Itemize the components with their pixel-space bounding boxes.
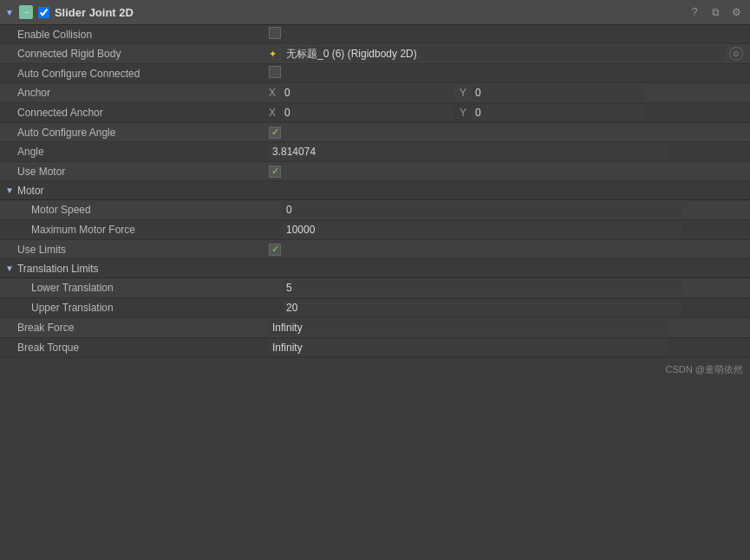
break-force-value: [269, 320, 743, 335]
auto-configure-angle-value: [269, 126, 743, 139]
translation-limits-section-row[interactable]: ▼ Translation Limits: [0, 259, 750, 278]
break-force-input[interactable]: [269, 320, 668, 335]
break-torque-row: Break Torque: [0, 338, 750, 358]
anchor-x-input[interactable]: [281, 85, 454, 101]
collapse-arrow[interactable]: ▼: [5, 8, 14, 17]
maximum-motor-force-label: Maximum Motor Force: [31, 224, 283, 236]
upper-translation-value: [283, 300, 743, 316]
enable-collision-checkbox[interactable]: [269, 27, 281, 39]
watermark-text: CSDN @童萌依然: [666, 364, 743, 374]
upper-translation-label: Upper Translation: [31, 302, 283, 314]
connected-anchor-x-input[interactable]: [281, 105, 454, 120]
maximum-motor-force-value: [283, 222, 743, 238]
anchor-label: Anchor: [17, 87, 269, 99]
connected-rigid-body-input[interactable]: [283, 46, 726, 62]
motor-section-arrow: ▼: [5, 186, 14, 195]
use-motor-checkbox[interactable]: [269, 166, 281, 178]
connected-rigid-body-label: Connected Rigid Body: [17, 48, 269, 60]
lower-translation-label: Lower Translation: [31, 282, 283, 294]
connected-anchor-y-input[interactable]: [472, 105, 645, 120]
enable-collision-value: [269, 27, 743, 42]
upper-translation-row: Upper Translation: [0, 298, 750, 318]
rigidbody-icon: ✦: [269, 49, 277, 60]
maximum-motor-force-input[interactable]: [283, 222, 682, 238]
anchor-y-label: Y: [460, 87, 466, 99]
auto-configure-connected-label: Auto Configure Connected: [17, 68, 269, 80]
inspector-panel: ▼ → Slider Joint 2D ? ⧉ ⚙ Enable Collisi…: [0, 0, 750, 381]
connected-anchor-x-label: X: [269, 107, 276, 119]
connected-anchor-value: X Y: [269, 105, 743, 120]
lower-translation-value: [283, 280, 743, 296]
component-header: ▼ → Slider Joint 2D ? ⧉ ⚙: [0, 0, 750, 25]
auto-configure-angle-checkbox[interactable]: [269, 127, 281, 139]
use-limits-value: [269, 243, 743, 256]
use-motor-value: [269, 165, 743, 178]
use-limits-row: Use Limits: [0, 240, 750, 259]
settings-icon[interactable]: ⚙: [727, 3, 745, 21]
motor-speed-input[interactable]: [283, 202, 682, 218]
rigid-body-field: ✦ ⊙: [269, 46, 743, 62]
component-icon: →: [19, 5, 33, 19]
connected-anchor-label: Connected Anchor: [17, 107, 269, 119]
auto-configure-connected-value: [269, 66, 743, 81]
motor-speed-row: Motor Speed: [0, 200, 750, 220]
auto-configure-connected-checkbox[interactable]: [269, 66, 281, 78]
use-limits-label: Use Limits: [17, 244, 269, 256]
help-icon[interactable]: ?: [686, 3, 703, 21]
use-motor-row: Use Motor: [0, 162, 750, 181]
translation-limits-arrow: ▼: [5, 264, 14, 273]
angle-row: Angle: [0, 142, 750, 162]
anchor-row: Anchor X Y: [0, 83, 750, 103]
anchor-x-label: X: [269, 87, 276, 99]
angle-value: [269, 144, 743, 160]
break-torque-label: Break Torque: [17, 342, 269, 354]
break-force-label: Break Force: [17, 322, 269, 334]
angle-input[interactable]: [269, 144, 668, 160]
auto-configure-angle-row: Auto Configure Angle: [0, 123, 750, 142]
target-icon[interactable]: ⊙: [729, 47, 743, 61]
motor-section-row[interactable]: ▼ Motor: [0, 181, 750, 200]
auto-configure-connected-row: Auto Configure Connected: [0, 64, 750, 83]
lower-translation-row: Lower Translation: [0, 278, 750, 298]
angle-label: Angle: [17, 146, 269, 158]
enable-collision-label: Enable Collision: [17, 29, 269, 41]
break-torque-input[interactable]: [269, 340, 668, 355]
lower-translation-input[interactable]: [283, 280, 682, 296]
enable-collision-row: Enable Collision: [0, 25, 750, 44]
component-title: Slider Joint 2D: [55, 6, 681, 19]
break-force-row: Break Force: [0, 318, 750, 338]
break-torque-value: [269, 340, 743, 355]
upper-translation-input[interactable]: [283, 300, 682, 316]
auto-configure-angle-label: Auto Configure Angle: [17, 127, 269, 139]
motor-speed-label: Motor Speed: [31, 204, 283, 216]
anchor-value: X Y: [269, 85, 743, 101]
connected-anchor-y-label: Y: [460, 107, 466, 119]
motor-section-label: Motor: [17, 185, 44, 197]
reference-icon[interactable]: ⧉: [707, 3, 724, 21]
component-enable-checkbox[interactable]: [38, 7, 49, 18]
anchor-y-input[interactable]: [472, 85, 645, 101]
maximum-motor-force-row: Maximum Motor Force: [0, 220, 750, 240]
translation-limits-section-label: Translation Limits: [17, 263, 99, 275]
watermark: CSDN @童萌依然: [0, 358, 750, 381]
use-motor-label: Use Motor: [17, 166, 269, 178]
connected-rigid-body-row: Connected Rigid Body ✦ ⊙: [0, 44, 750, 64]
header-icons: ? ⧉ ⚙: [686, 3, 745, 21]
motor-speed-value: [283, 202, 743, 218]
use-limits-checkbox[interactable]: [269, 244, 281, 256]
connected-anchor-row: Connected Anchor X Y: [0, 103, 750, 123]
